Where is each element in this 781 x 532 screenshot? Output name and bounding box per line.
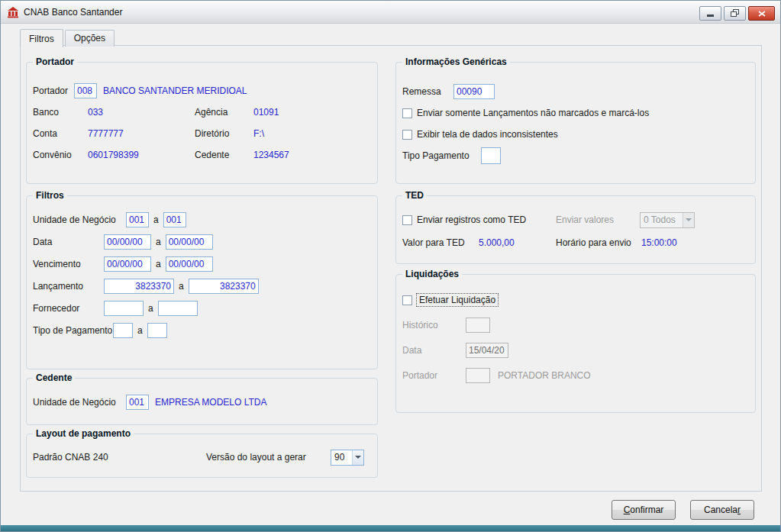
ted-check-row: Enviar registros como TED Enviar valores…: [402, 211, 695, 228]
confirmar-button[interactable]: Confirmar: [612, 500, 676, 520]
confirmar-rest: onfirmar: [630, 505, 663, 515]
dialog-window: CNAB Banco Santander Filtros Opções Port…: [0, 0, 781, 532]
window-bottom-strip: [1, 525, 780, 531]
enviar-ted-label: Enviar registros como TED: [417, 214, 526, 225]
tipo-pagamento-to-input[interactable]: [147, 323, 167, 338]
tipo-pagamento-generico-input[interactable]: [481, 147, 501, 164]
lancamento-to-input[interactable]: [189, 279, 259, 294]
data-row: Data a: [33, 234, 213, 250]
informacoes-group: Informações Genéricas Remessa Enviar som…: [395, 62, 756, 184]
enviar-somente-label: Enviar somente Lançamentos não marcados …: [417, 108, 649, 118]
enviar-valores-label: Enviar valores: [556, 214, 640, 225]
fornecedor-from-input[interactable]: [104, 301, 144, 316]
efetuar-liquidacao-row: Efetuar Liquidação: [402, 292, 498, 308]
portador-label: Portador: [33, 85, 74, 96]
data-label: Data: [33, 237, 104, 247]
cedente-value: 1234567: [253, 150, 289, 160]
portador-code-input[interactable]: [74, 83, 97, 98]
historico-row: Histórico: [402, 317, 490, 334]
lancamento-row: Lançamento a: [33, 278, 259, 295]
efetuar-liquidacao-label: Efetuar Liquidação: [417, 294, 498, 306]
informacoes-group-title: Informações Genéricas: [402, 56, 510, 67]
cedente-unidade-input[interactable]: [126, 395, 149, 410]
fornecedor-row: Fornecedor a: [33, 300, 198, 317]
banco-label: Banco: [33, 107, 88, 118]
exibir-tela-label: Exibir tela de dados inconsistentes: [417, 129, 558, 140]
convenio-value: 0601798399: [88, 150, 195, 160]
filtros-group: Filtros Unidade de Negócio a Data a Venc…: [26, 195, 378, 369]
tab-opcoes[interactable]: Opções: [65, 30, 115, 47]
chevron-down-icon: [352, 450, 363, 465]
title-bar: CNAB Banco Santander: [1, 1, 780, 24]
banco-value: 033: [88, 107, 195, 118]
agencia-value: 01091: [253, 107, 279, 118]
convenio-label: Convênio: [33, 150, 88, 160]
tab-bar: Filtros Opções: [20, 28, 116, 47]
data-from-input[interactable]: [104, 234, 151, 250]
liquidacao-data-row: Data: [402, 342, 508, 359]
cedente-group: Cedente Unidade de Negócio EMPRESA MODEL…: [26, 378, 378, 425]
portador-row: Portador BANCO SANTANDER MERIDIOAL: [33, 82, 247, 99]
portador-group-title: Portador: [33, 56, 77, 67]
versao-layout-value: 90: [334, 452, 344, 463]
enviar-somente-row: Enviar somente Lançamentos não marcados …: [402, 105, 649, 121]
cedente-unidade-label: Unidade de Negócio: [33, 397, 126, 408]
fornecedor-label: Fornecedor: [33, 303, 104, 314]
lancamento-label: Lançamento: [33, 281, 104, 292]
lancamento-from-input[interactable]: [104, 279, 174, 294]
range-separator: a: [153, 214, 159, 225]
portador-name-value: BANCO SANTANDER MERIDIOAL: [103, 85, 247, 96]
vencimento-row: Vencimento a: [33, 256, 213, 272]
cancelar-accelerator: r: [737, 505, 741, 515]
fornecedor-to-input[interactable]: [158, 301, 198, 316]
unidade-to-input[interactable]: [163, 212, 186, 227]
enviar-ted-checkbox[interactable]: [402, 215, 412, 225]
liquidacao-data-input[interactable]: [466, 343, 508, 358]
remessa-label: Remessa: [402, 86, 453, 97]
enviar-valores-select[interactable]: 0 Todos: [640, 212, 695, 228]
ted-group-title: TED: [402, 190, 427, 201]
efetuar-liquidacao-checkbox[interactable]: [402, 295, 412, 305]
tipo-pagamento-from-input[interactable]: [113, 323, 133, 338]
tab-filtros[interactable]: Filtros: [20, 29, 63, 47]
versao-layout-label: Versão do layout a gerar: [206, 452, 331, 463]
close-button[interactable]: [748, 6, 775, 21]
conta-value: 7777777: [88, 128, 195, 139]
convenio-cedente-row: Convênio 0601798399 Cedente 1234567: [33, 147, 289, 163]
vencimento-to-input[interactable]: [166, 256, 213, 272]
unidade-negocio-row: Unidade de Negócio a: [33, 211, 186, 228]
unidade-from-input[interactable]: [126, 212, 149, 227]
valor-ted-label: Valor para TED: [402, 237, 479, 248]
cedente-unidade-row: Unidade de Negócio EMPRESA MODELO LTDA: [33, 394, 266, 411]
horario-envio-value: 15:00:00: [641, 237, 677, 248]
historico-input[interactable]: [466, 318, 490, 333]
tipo-pagamento-generico-row: Tipo Pagamento: [402, 147, 501, 164]
enviar-somente-checkbox[interactable]: [402, 108, 412, 118]
chevron-down-icon: [683, 213, 694, 227]
liquidacoes-group-title: Liquidações: [402, 269, 462, 279]
ted-valores-row: Valor para TED 5.000,00 Horário para env…: [402, 234, 677, 251]
cancelar-button[interactable]: Cancelar: [690, 500, 754, 520]
data-to-input[interactable]: [166, 234, 213, 250]
remessa-input[interactable]: [453, 84, 495, 99]
liquidacao-portador-name: PORTADOR BRANCO: [498, 370, 591, 381]
restore-button[interactable]: [724, 6, 746, 21]
versao-layout-select[interactable]: 90: [331, 450, 364, 466]
conta-label: Conta: [33, 128, 88, 139]
layout-row: Padrão CNAB 240 Versão do layout a gerar…: [33, 449, 364, 466]
historico-label: Histórico: [402, 320, 466, 330]
cedente-group-title: Cedente: [33, 372, 75, 383]
vencimento-from-input[interactable]: [104, 256, 151, 272]
liquidacao-portador-input[interactable]: [466, 368, 490, 383]
diretorio-label: Diretório: [195, 128, 253, 139]
range-separator: a: [148, 303, 153, 314]
layout-group: Layout de pagamento Padrão CNAB 240 Vers…: [26, 434, 378, 478]
liquidacao-portador-label: Portador: [402, 370, 466, 381]
exibir-tela-checkbox[interactable]: [402, 130, 412, 140]
tipo-pagamento-row: Tipo de Pagamento a: [33, 322, 167, 339]
banco-agencia-row: Banco 033 Agência 01091: [33, 104, 279, 121]
exibir-tela-row: Exibir tela de dados inconsistentes: [402, 126, 558, 143]
minimize-button[interactable]: [699, 6, 721, 21]
tipo-pagamento-generico-label: Tipo Pagamento: [402, 150, 481, 161]
agencia-label: Agência: [195, 107, 253, 118]
